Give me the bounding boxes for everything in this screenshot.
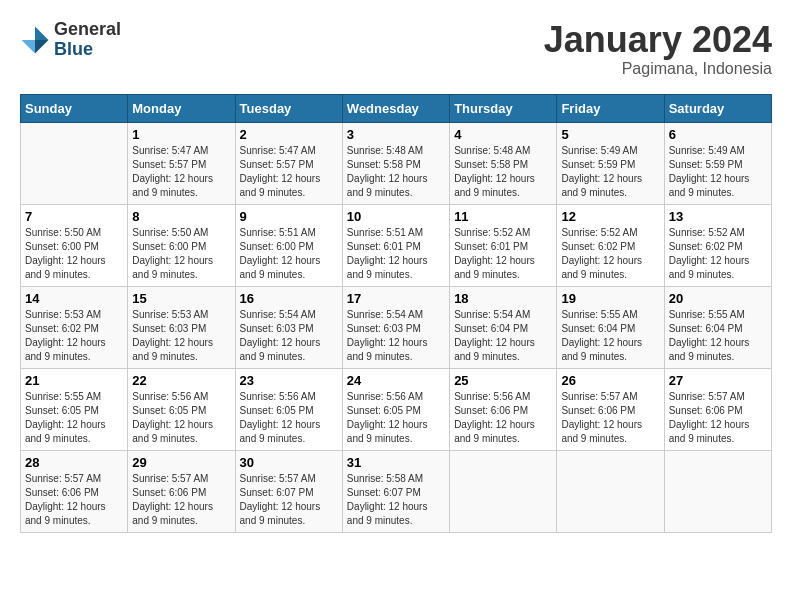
- day-number: 15: [132, 291, 230, 306]
- calendar-cell: [450, 450, 557, 532]
- day-number: 1: [132, 127, 230, 142]
- day-info: Sunrise: 5:58 AMSunset: 6:07 PMDaylight:…: [347, 472, 445, 528]
- day-info: Sunrise: 5:53 AMSunset: 6:02 PMDaylight:…: [25, 308, 123, 364]
- calendar-cell: 19Sunrise: 5:55 AMSunset: 6:04 PMDayligh…: [557, 286, 664, 368]
- title-block: January 2024 Pagimana, Indonesia: [544, 20, 772, 78]
- svg-marker-2: [22, 40, 36, 54]
- day-number: 21: [25, 373, 123, 388]
- day-info: Sunrise: 5:47 AMSunset: 5:57 PMDaylight:…: [240, 144, 338, 200]
- header-row: SundayMondayTuesdayWednesdayThursdayFrid…: [21, 94, 772, 122]
- day-number: 4: [454, 127, 552, 142]
- day-info: Sunrise: 5:55 AMSunset: 6:04 PMDaylight:…: [669, 308, 767, 364]
- day-header-thursday: Thursday: [450, 94, 557, 122]
- day-number: 27: [669, 373, 767, 388]
- day-header-saturday: Saturday: [664, 94, 771, 122]
- day-number: 8: [132, 209, 230, 224]
- calendar-cell: 30Sunrise: 5:57 AMSunset: 6:07 PMDayligh…: [235, 450, 342, 532]
- day-info: Sunrise: 5:57 AMSunset: 6:06 PMDaylight:…: [669, 390, 767, 446]
- day-number: 29: [132, 455, 230, 470]
- day-info: Sunrise: 5:54 AMSunset: 6:03 PMDaylight:…: [240, 308, 338, 364]
- calendar-cell: 20Sunrise: 5:55 AMSunset: 6:04 PMDayligh…: [664, 286, 771, 368]
- calendar-row-2: 7Sunrise: 5:50 AMSunset: 6:00 PMDaylight…: [21, 204, 772, 286]
- day-info: Sunrise: 5:53 AMSunset: 6:03 PMDaylight:…: [132, 308, 230, 364]
- calendar-cell: 6Sunrise: 5:49 AMSunset: 5:59 PMDaylight…: [664, 122, 771, 204]
- day-number: 14: [25, 291, 123, 306]
- day-number: 16: [240, 291, 338, 306]
- calendar-table: SundayMondayTuesdayWednesdayThursdayFrid…: [20, 94, 772, 533]
- day-number: 3: [347, 127, 445, 142]
- day-number: 6: [669, 127, 767, 142]
- day-number: 13: [669, 209, 767, 224]
- day-number: 20: [669, 291, 767, 306]
- day-header-wednesday: Wednesday: [342, 94, 449, 122]
- day-info: Sunrise: 5:50 AMSunset: 6:00 PMDaylight:…: [132, 226, 230, 282]
- day-info: Sunrise: 5:48 AMSunset: 5:58 PMDaylight:…: [454, 144, 552, 200]
- calendar-cell: 28Sunrise: 5:57 AMSunset: 6:06 PMDayligh…: [21, 450, 128, 532]
- calendar-cell: 14Sunrise: 5:53 AMSunset: 6:02 PMDayligh…: [21, 286, 128, 368]
- day-number: 25: [454, 373, 552, 388]
- calendar-cell: [557, 450, 664, 532]
- calendar-cell: 24Sunrise: 5:56 AMSunset: 6:05 PMDayligh…: [342, 368, 449, 450]
- day-info: Sunrise: 5:55 AMSunset: 6:05 PMDaylight:…: [25, 390, 123, 446]
- day-info: Sunrise: 5:57 AMSunset: 6:06 PMDaylight:…: [561, 390, 659, 446]
- calendar-row-3: 14Sunrise: 5:53 AMSunset: 6:02 PMDayligh…: [21, 286, 772, 368]
- calendar-cell: 8Sunrise: 5:50 AMSunset: 6:00 PMDaylight…: [128, 204, 235, 286]
- page-header: General Blue January 2024 Pagimana, Indo…: [20, 20, 772, 78]
- logo-general-text: General: [54, 20, 121, 40]
- svg-marker-1: [35, 40, 49, 54]
- calendar-cell: 7Sunrise: 5:50 AMSunset: 6:00 PMDaylight…: [21, 204, 128, 286]
- day-number: 12: [561, 209, 659, 224]
- day-number: 26: [561, 373, 659, 388]
- day-info: Sunrise: 5:49 AMSunset: 5:59 PMDaylight:…: [561, 144, 659, 200]
- day-header-tuesday: Tuesday: [235, 94, 342, 122]
- day-info: Sunrise: 5:56 AMSunset: 6:05 PMDaylight:…: [240, 390, 338, 446]
- day-number: 28: [25, 455, 123, 470]
- day-number: 24: [347, 373, 445, 388]
- day-info: Sunrise: 5:47 AMSunset: 5:57 PMDaylight:…: [132, 144, 230, 200]
- logo: General Blue: [20, 20, 121, 60]
- day-number: 10: [347, 209, 445, 224]
- day-number: 19: [561, 291, 659, 306]
- calendar-cell: 9Sunrise: 5:51 AMSunset: 6:00 PMDaylight…: [235, 204, 342, 286]
- day-number: 9: [240, 209, 338, 224]
- calendar-row-1: 1Sunrise: 5:47 AMSunset: 5:57 PMDaylight…: [21, 122, 772, 204]
- calendar-cell: [21, 122, 128, 204]
- day-info: Sunrise: 5:57 AMSunset: 6:07 PMDaylight:…: [240, 472, 338, 528]
- day-info: Sunrise: 5:52 AMSunset: 6:01 PMDaylight:…: [454, 226, 552, 282]
- calendar-cell: 21Sunrise: 5:55 AMSunset: 6:05 PMDayligh…: [21, 368, 128, 450]
- day-header-friday: Friday: [557, 94, 664, 122]
- day-number: 5: [561, 127, 659, 142]
- calendar-cell: 13Sunrise: 5:52 AMSunset: 6:02 PMDayligh…: [664, 204, 771, 286]
- calendar-cell: 1Sunrise: 5:47 AMSunset: 5:57 PMDaylight…: [128, 122, 235, 204]
- calendar-cell: 31Sunrise: 5:58 AMSunset: 6:07 PMDayligh…: [342, 450, 449, 532]
- calendar-row-4: 21Sunrise: 5:55 AMSunset: 6:05 PMDayligh…: [21, 368, 772, 450]
- calendar-cell: 4Sunrise: 5:48 AMSunset: 5:58 PMDaylight…: [450, 122, 557, 204]
- day-number: 7: [25, 209, 123, 224]
- day-info: Sunrise: 5:50 AMSunset: 6:00 PMDaylight:…: [25, 226, 123, 282]
- day-number: 11: [454, 209, 552, 224]
- svg-marker-0: [35, 26, 49, 40]
- day-info: Sunrise: 5:56 AMSunset: 6:05 PMDaylight:…: [347, 390, 445, 446]
- calendar-cell: 22Sunrise: 5:56 AMSunset: 6:05 PMDayligh…: [128, 368, 235, 450]
- day-header-sunday: Sunday: [21, 94, 128, 122]
- day-info: Sunrise: 5:49 AMSunset: 5:59 PMDaylight:…: [669, 144, 767, 200]
- calendar-row-5: 28Sunrise: 5:57 AMSunset: 6:06 PMDayligh…: [21, 450, 772, 532]
- calendar-cell: 26Sunrise: 5:57 AMSunset: 6:06 PMDayligh…: [557, 368, 664, 450]
- day-number: 31: [347, 455, 445, 470]
- calendar-cell: 5Sunrise: 5:49 AMSunset: 5:59 PMDaylight…: [557, 122, 664, 204]
- day-number: 17: [347, 291, 445, 306]
- calendar-cell: 10Sunrise: 5:51 AMSunset: 6:01 PMDayligh…: [342, 204, 449, 286]
- day-info: Sunrise: 5:51 AMSunset: 6:01 PMDaylight:…: [347, 226, 445, 282]
- calendar-cell: 25Sunrise: 5:56 AMSunset: 6:06 PMDayligh…: [450, 368, 557, 450]
- calendar-cell: 29Sunrise: 5:57 AMSunset: 6:06 PMDayligh…: [128, 450, 235, 532]
- day-info: Sunrise: 5:52 AMSunset: 6:02 PMDaylight:…: [669, 226, 767, 282]
- location: Pagimana, Indonesia: [544, 60, 772, 78]
- day-header-monday: Monday: [128, 94, 235, 122]
- day-info: Sunrise: 5:51 AMSunset: 6:00 PMDaylight:…: [240, 226, 338, 282]
- calendar-cell: 18Sunrise: 5:54 AMSunset: 6:04 PMDayligh…: [450, 286, 557, 368]
- month-title: January 2024: [544, 20, 772, 60]
- calendar-cell: 27Sunrise: 5:57 AMSunset: 6:06 PMDayligh…: [664, 368, 771, 450]
- day-info: Sunrise: 5:56 AMSunset: 6:06 PMDaylight:…: [454, 390, 552, 446]
- day-info: Sunrise: 5:57 AMSunset: 6:06 PMDaylight:…: [132, 472, 230, 528]
- day-info: Sunrise: 5:55 AMSunset: 6:04 PMDaylight:…: [561, 308, 659, 364]
